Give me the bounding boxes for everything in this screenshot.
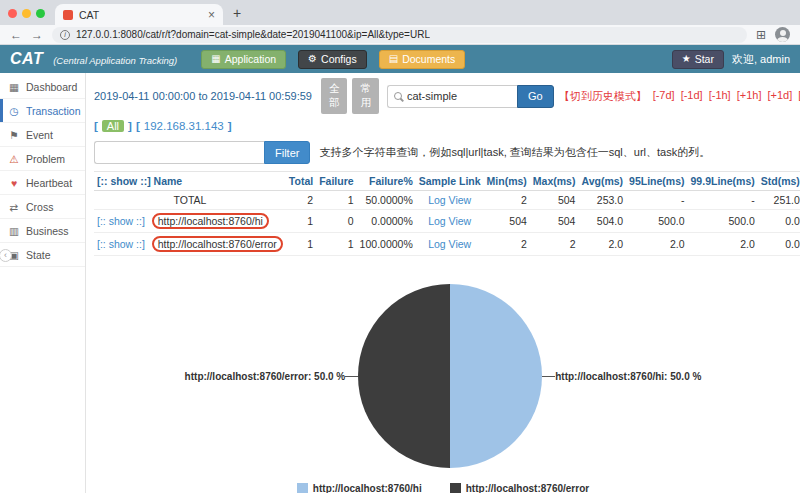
table-row-error: [:: show ::] http://localhost:8760/error… <box>94 233 800 256</box>
cat-favicon-icon <box>63 10 73 20</box>
cell-999line: 500.0 <box>688 210 758 233</box>
filter-row: Filter 支持多个字符串查询，例如sql|url|task, 查询结果为包含… <box>86 137 800 170</box>
new-tab-button[interactable]: + <box>233 6 241 20</box>
window-close-button[interactable] <box>8 9 17 18</box>
transaction-name-link[interactable]: http://localhost:8760/error <box>158 238 277 250</box>
sidebar-item-state[interactable]: ▣ State <box>0 243 85 267</box>
col-999line[interactable]: 99.9Line(ms) <box>688 172 758 191</box>
chart-icon: ▥ <box>8 225 20 237</box>
document-icon: ▤ <box>389 54 398 64</box>
sidebar-item-business[interactable]: ▥ Business <box>0 219 85 243</box>
welcome-user-text[interactable]: 欢迎, admin <box>732 52 790 67</box>
history-links: 【切到历史模式】 [-7d] [-1d] [-1h] [+1h] [+1d] [… <box>559 89 800 104</box>
cell-failure-pct: 100.0000% <box>357 233 416 256</box>
log-view-link[interactable]: Log View <box>428 194 471 206</box>
cell-999line: - <box>688 191 758 210</box>
cat-logo[interactable]: CAT <box>10 50 43 68</box>
url-field[interactable]: i 127.0.0.1:8080/cat/r/t?domain=cat-simp… <box>52 27 747 43</box>
time-shift-link[interactable]: [-7d] <box>653 89 675 104</box>
transaction-icon: ◷ <box>8 105 20 117</box>
col-show-name[interactable]: [:: show ::] Name <box>94 172 286 191</box>
col-95line[interactable]: 95Line(ms) <box>626 172 687 191</box>
show-link[interactable]: [:: show ::] <box>97 238 145 250</box>
cell-min: 504 <box>484 210 530 233</box>
col-sample-link[interactable]: Sample Link <box>416 172 484 191</box>
warning-icon: ⚠ <box>8 153 20 165</box>
filter-button[interactable]: Filter <box>264 141 310 164</box>
legend-item-error[interactable]: http://localhost:8760/error <box>450 483 589 493</box>
back-icon[interactable]: ← <box>10 29 22 41</box>
flag-icon: ⚑ <box>8 129 20 141</box>
app-subtitle: (Central Application Tracking) <box>53 55 177 66</box>
cell-std: 251.0 <box>758 191 800 210</box>
history-mode-link[interactable]: 【切到历史模式】 <box>559 89 647 104</box>
time-shift-link[interactable]: [-1d] <box>681 89 703 104</box>
gear-icon: ⚙ <box>308 54 317 64</box>
col-min[interactable]: Min(ms) <box>484 172 530 191</box>
time-shift-link[interactable]: [-1h] <box>709 89 731 104</box>
filter-input[interactable] <box>94 141 264 164</box>
sidebar-item-event[interactable]: ⚑ Event <box>0 123 85 147</box>
address-bar: ← → i 127.0.0.1:8080/cat/r/t?domain=cat-… <box>0 25 800 45</box>
cell-min: 2 <box>484 233 530 256</box>
bracket: [ <box>136 120 140 132</box>
cell-avg: 504.0 <box>578 210 626 233</box>
tab-close-icon[interactable]: × <box>208 8 215 22</box>
browser-tab[interactable]: CAT × <box>55 4 223 25</box>
go-button[interactable]: Go <box>517 85 554 108</box>
machine-ip-link[interactable]: 192.168.31.143 <box>144 120 224 132</box>
time-shift-link[interactable]: [+1h] <box>737 89 762 104</box>
arrows-icon: ⇄ <box>8 201 20 213</box>
annotation-highlight-box: http://localhost:8760/hi <box>152 213 269 229</box>
machine-all-badge[interactable]: All <box>102 120 124 132</box>
sidebar-item-heartbeat[interactable]: ♥ Heartbeat <box>0 171 85 195</box>
legend-swatch-error <box>450 483 461 493</box>
info-icon[interactable]: i <box>60 30 70 40</box>
application-button[interactable]: ▦ Application <box>201 50 286 69</box>
sidebar-item-label: Business <box>26 225 69 237</box>
time-shift-link[interactable]: [+1d] <box>767 89 792 104</box>
sidebar-item-label: Event <box>26 129 53 141</box>
cell-failure-pct: 50.0000% <box>357 191 416 210</box>
cell-failure: 1 <box>316 233 356 256</box>
sidebar-item-cross[interactable]: ⇄ Cross <box>0 195 85 219</box>
sidebar-item-label: State <box>26 249 51 261</box>
chart-legend: http://localhost:8760/hi http://localhos… <box>86 483 800 493</box>
all-button[interactable]: 全部 <box>321 78 348 114</box>
documents-button[interactable]: ▤ Documents <box>379 50 466 69</box>
date-range-text: 2019-04-11 00:00:00 to 2019-04-11 00:59:… <box>94 90 312 102</box>
sidebar-item-problem[interactable]: ⚠ Problem <box>0 147 85 171</box>
col-failure-pct[interactable]: Failure% <box>357 172 416 191</box>
window-minimize-button[interactable] <box>22 9 31 18</box>
col-failure[interactable]: Failure <box>316 172 356 191</box>
cell-std: 0.0 <box>758 233 800 256</box>
sidebar-item-transaction[interactable]: ◷ Transaction <box>0 99 85 123</box>
col-total[interactable]: Total <box>286 172 316 191</box>
common-button[interactable]: 常用 <box>352 78 379 114</box>
sidebar-item-dashboard[interactable]: ▦ Dashboard <box>0 75 85 99</box>
window-zoom-button[interactable] <box>36 9 45 18</box>
col-avg[interactable]: Avg(ms) <box>578 172 626 191</box>
configs-button[interactable]: ⚙ Configs <box>298 50 367 69</box>
bracket: [ <box>94 120 98 132</box>
star-icon: ★ <box>682 54 691 64</box>
star-button[interactable]: ★ Star <box>672 50 724 69</box>
cell-max: 2 <box>530 233 579 256</box>
log-view-link[interactable]: Log View <box>428 238 471 250</box>
table-row-total: TOTAL 2 1 50.0000% Log View 2 504 253.0 … <box>94 191 800 210</box>
legend-item-hi[interactable]: http://localhost:8760/hi <box>297 483 422 493</box>
apps-grid-icon[interactable]: ⊞ <box>756 28 766 42</box>
transaction-name-link[interactable]: http://localhost:8760/hi <box>158 215 263 227</box>
col-max[interactable]: Max(ms) <box>530 172 579 191</box>
pie-chart[interactable] <box>358 284 542 468</box>
domain-search-input[interactable] <box>407 90 511 102</box>
profile-avatar[interactable] <box>775 27 790 42</box>
domain-search-group: Go <box>387 85 554 108</box>
col-std[interactable]: Std(ms) <box>758 172 800 191</box>
forward-icon[interactable]: → <box>31 29 43 41</box>
show-link[interactable]: [:: show ::] <box>97 215 145 227</box>
cell-999line: 2.0 <box>688 233 758 256</box>
cell-min: 2 <box>484 191 530 210</box>
log-view-link[interactable]: Log View <box>428 215 471 227</box>
sidebar-item-label: Heartbeat <box>26 177 72 189</box>
